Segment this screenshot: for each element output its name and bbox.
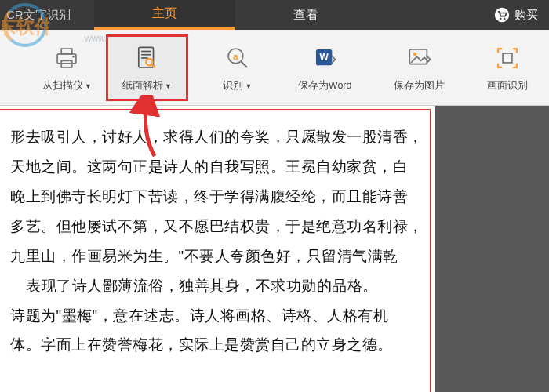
doc-line: 表现了诗人鄙薄流俗，独善其身，不求功勋的品格。 xyxy=(10,271,416,301)
recognize-button[interactable]: a 识别▼ xyxy=(209,34,267,101)
image-icon xyxy=(405,43,434,73)
scan-button[interactable]: 从扫描仪▼ xyxy=(28,34,106,101)
recognize-label: 识别▼ xyxy=(223,79,252,93)
svg-line-14 xyxy=(241,61,247,67)
app-name-label: CR文字识别 xyxy=(0,0,94,30)
toolbar: www.pc0359.cn 从扫描仪▼ 纸面解析▼ a 识别▼ W 保存为Wor… xyxy=(0,30,549,106)
document-pane[interactable]: 形去吸引人，讨好人，求得人们的夸奖，只愿散发一股清香， 天地之间。这两句正是诗人… xyxy=(0,106,435,392)
tab-view[interactable]: 查看 xyxy=(235,0,376,30)
printer-icon xyxy=(52,43,82,73)
document-text: 形去吸引人，讨好人，求得人们的夸奖，只愿散发一股清香， 天地之间。这两句正是诗人… xyxy=(10,122,416,360)
analyze-label: 纸面解析▼ xyxy=(122,79,172,93)
doc-line: 九里山，作画易米为生。"不要人夸颜色好，只留清气满乾 xyxy=(10,241,416,271)
cart-icon xyxy=(494,7,510,23)
doc-line: 多艺。但他屡试不第，又不愿巴结权贵，于是绝意功名利禄， xyxy=(10,212,416,241)
svg-point-1 xyxy=(500,18,501,20)
side-pane xyxy=(435,106,549,392)
doc-line: 晚上到佛寺长明灯下苦读，终于学得满腹经纶，而且能诗善 xyxy=(10,182,416,212)
magnify-a-icon: a xyxy=(223,43,253,73)
svg-text:W: W xyxy=(320,52,329,63)
tab-home[interactable]: 主页 xyxy=(94,0,235,30)
doc-line: 天地之间。这两句正是诗人的自我写照。王冕自幼家贫，白 xyxy=(10,152,416,182)
svg-rect-20 xyxy=(504,53,513,63)
doc-line: 形去吸引人，讨好人，求得人们的夸奖，只愿散发一股清香， xyxy=(10,122,416,152)
save-image-button[interactable]: 保存为图片 xyxy=(380,34,459,101)
area-ocr-button[interactable]: 画面识别 xyxy=(473,34,542,101)
svg-rect-4 xyxy=(62,49,73,54)
svg-point-2 xyxy=(504,18,505,20)
buy-button[interactable]: 购买 xyxy=(483,0,549,30)
save-word-label: 保存为Word xyxy=(298,79,352,93)
svg-rect-3 xyxy=(58,53,77,63)
doc-line: 体。字面上在赞誉梅花，实际上是赞赏自己的立身之德。 xyxy=(10,330,416,360)
svg-rect-5 xyxy=(62,60,73,67)
top-bar: CR文字识别 主页 查看 购买 xyxy=(0,0,549,30)
save-image-label: 保存为图片 xyxy=(394,79,445,93)
svg-point-0 xyxy=(495,8,509,22)
svg-point-11 xyxy=(147,58,154,65)
svg-text:a: a xyxy=(233,51,238,60)
doc-line: 诗题为"墨梅"，意在述志。诗人将画格、诗格、人格有机 xyxy=(10,301,416,331)
save-word-button[interactable]: W 保存为Word xyxy=(284,34,366,101)
area-ocr-label: 画面识别 xyxy=(487,79,528,93)
content-area: 形去吸引人，讨好人，求得人们的夸奖，只愿散发一股清香， 天地之间。这两句正是诗人… xyxy=(0,106,549,392)
area-icon xyxy=(493,43,522,73)
page-analyze-icon xyxy=(132,43,162,73)
analyze-button[interactable]: 纸面解析▼ xyxy=(106,34,188,101)
word-icon: W xyxy=(310,43,340,73)
scan-label: 从扫描仪▼ xyxy=(42,79,92,93)
selection-frame: 形去吸引人，讨好人，求得人们的夸奖，只愿散发一股清香， 天地之间。这两句正是诗人… xyxy=(0,109,431,392)
svg-point-19 xyxy=(413,52,416,55)
buy-label: 购买 xyxy=(514,8,538,23)
svg-point-6 xyxy=(73,56,75,58)
